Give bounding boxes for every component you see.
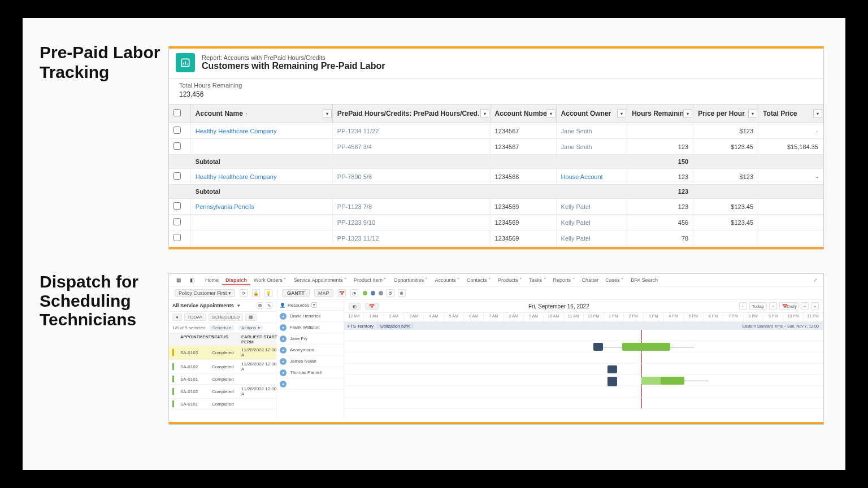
travel-block[interactable] bbox=[593, 343, 603, 351]
chevron-down-icon[interactable]: ▾ bbox=[813, 109, 822, 118]
travel-block[interactable] bbox=[607, 382, 617, 386]
date-select[interactable]: 📅 bbox=[365, 303, 379, 310]
nav-tab[interactable]: Tasks ˅ bbox=[526, 276, 550, 284]
chevron-down-icon[interactable]: ▾ bbox=[237, 303, 240, 308]
chevron-down-icon[interactable]: ▾ bbox=[546, 109, 555, 118]
prev-icon[interactable]: ‹ bbox=[739, 302, 747, 310]
resources-search[interactable]: Resources bbox=[288, 303, 309, 308]
resource-row[interactable]: ●David Hendrick bbox=[276, 311, 344, 322]
app-launcher-icon[interactable]: ▦ bbox=[175, 276, 183, 284]
view-gantt-button[interactable]: GANTT bbox=[282, 289, 310, 297]
gantt-row[interactable] bbox=[344, 386, 823, 398]
bulb-icon[interactable]: ◔ bbox=[350, 289, 358, 297]
row-checkbox[interactable] bbox=[173, 218, 181, 225]
today-button[interactable]: Today bbox=[749, 302, 767, 310]
owner-link[interactable]: House Account bbox=[561, 173, 603, 180]
gantt-row[interactable] bbox=[344, 330, 823, 341]
table-row[interactable]: PP-4567 3/41234567Jane Smith123$123.45$1… bbox=[169, 139, 823, 155]
resource-row[interactable]: ●James Nolan bbox=[276, 356, 344, 367]
gantt-row[interactable] bbox=[344, 364, 823, 375]
account-link[interactable]: Pennsylvania Pencils bbox=[196, 203, 254, 210]
nav-tab[interactable]: Contacts ˅ bbox=[463, 276, 494, 284]
owner-link[interactable]: Jane Smith bbox=[561, 128, 592, 134]
chevron-down-icon[interactable]: ▾ bbox=[683, 109, 692, 118]
chevron-down-icon[interactable]: ▾ bbox=[311, 302, 317, 308]
toggle-icon[interactable]: ◐ bbox=[349, 303, 361, 310]
col-account-name[interactable]: Account Name↑▾ bbox=[190, 104, 332, 123]
gantt-row[interactable] bbox=[344, 398, 823, 409]
resource-row[interactable]: ●Anonymous bbox=[276, 345, 344, 356]
appointment-row[interactable]: SA-0101Completed bbox=[169, 399, 276, 409]
col-pp-name[interactable]: PrePaid Hours/Credits: PrePaid Hours/Cre… bbox=[332, 104, 490, 123]
gantt-row[interactable] bbox=[344, 352, 823, 364]
resource-row[interactable]: ● bbox=[276, 378, 344, 390]
chevron-down-icon[interactable]: ▾ bbox=[323, 109, 332, 118]
appointment-row[interactable]: SA-0103Completed11/28/2022 12:00 A bbox=[169, 346, 276, 360]
col-price-per-hour[interactable]: Price per Hour▾ bbox=[693, 104, 758, 123]
expand-icon[interactable]: ⤢ bbox=[813, 277, 818, 283]
appointment-row[interactable]: SA-0102Completed11/28/2022 12:00 A bbox=[169, 360, 276, 374]
schedule-button[interactable]: Schedule bbox=[209, 325, 235, 331]
gantt-rows[interactable] bbox=[344, 330, 823, 409]
owner-link[interactable]: Kelly Patel bbox=[561, 235, 591, 242]
gantt-row[interactable] bbox=[344, 341, 823, 352]
filter-today[interactable]: TODAY bbox=[184, 313, 206, 321]
lock-icon[interactable]: 🔒 bbox=[252, 289, 260, 297]
zoom-in-icon[interactable]: ＋ bbox=[811, 302, 819, 310]
pin-icon[interactable]: ◧ bbox=[188, 276, 196, 284]
col-total-price[interactable]: Total Price▾ bbox=[758, 104, 823, 123]
table-row[interactable]: PP-1323 11/121234569Kelly Patel78 bbox=[169, 230, 823, 246]
refresh-icon[interactable]: ⟳ bbox=[240, 289, 248, 297]
nav-tab[interactable]: Work Orders ˅ bbox=[250, 276, 290, 284]
nav-tab[interactable]: Product Item ˅ bbox=[350, 276, 390, 284]
row-checkbox[interactable] bbox=[173, 202, 181, 210]
filter-icon[interactable]: ⛃ bbox=[257, 302, 263, 309]
nav-tab[interactable]: Home bbox=[202, 276, 222, 284]
table-row[interactable]: Pennsylvania PencilsPP-1123 7/81234569Ke… bbox=[169, 199, 823, 215]
job-block[interactable] bbox=[622, 343, 670, 351]
nav-tab[interactable]: Accounts ˅ bbox=[432, 276, 464, 284]
row-checkbox[interactable] bbox=[173, 172, 181, 180]
account-link[interactable]: Healthy Healthcare Company bbox=[196, 173, 277, 180]
resource-row[interactable]: ●Jane Fry bbox=[276, 333, 344, 345]
policy-dropdown[interactable]: Policy Customer First ▾ bbox=[175, 289, 235, 297]
chevron-down-icon[interactable]: ▾ bbox=[617, 109, 626, 118]
col-account-owner[interactable]: Account Owner▾ bbox=[556, 104, 627, 123]
zoom-out-icon[interactable]: − bbox=[801, 302, 809, 310]
appointment-row[interactable]: SA-0102Completed11/28/2022 12:00 A bbox=[169, 385, 276, 399]
resource-row[interactable]: ●Frank Williston bbox=[276, 322, 344, 333]
chevron-down-icon[interactable]: ▾ bbox=[480, 109, 489, 118]
owner-link[interactable]: Kelly Patel bbox=[561, 203, 591, 210]
nav-tab[interactable]: Reports ˅ bbox=[550, 276, 579, 284]
filter-cal-icon[interactable]: ▦ bbox=[245, 313, 257, 321]
owner-link[interactable]: Jane Smith bbox=[561, 143, 592, 150]
row-checkbox[interactable] bbox=[173, 127, 181, 134]
table-row[interactable]: Healthy Healthcare CompanyPP-7890 5/6123… bbox=[169, 169, 823, 185]
account-link[interactable]: Healthy Healthcare Company bbox=[196, 128, 277, 134]
filter-dot[interactable]: ● bbox=[172, 313, 182, 321]
job-block[interactable] bbox=[661, 377, 684, 385]
calendar-icon[interactable]: 📅 bbox=[338, 289, 346, 297]
next-icon[interactable]: › bbox=[769, 302, 777, 310]
edit-icon[interactable]: ✎ bbox=[266, 302, 272, 309]
nav-tab[interactable]: Products ˅ bbox=[494, 276, 526, 284]
nav-tab[interactable]: Opportunities ˅ bbox=[390, 276, 431, 284]
row-checkbox[interactable] bbox=[173, 234, 181, 241]
nav-tab[interactable]: BPA Search bbox=[627, 276, 661, 284]
lightbulb-icon[interactable]: 💡 bbox=[264, 289, 272, 297]
col-hours-remaining[interactable]: Hours Remaining▾ bbox=[627, 104, 693, 123]
actions-button[interactable]: Actions ▾ bbox=[238, 325, 263, 331]
view-daily[interactable]: 📅 Daily bbox=[779, 302, 798, 310]
nav-tab[interactable]: Service Appointments ˅ bbox=[290, 276, 350, 284]
table-row[interactable]: PP-1223 9/101234569Kelly Patel456$123.45 bbox=[169, 215, 823, 230]
row-checkbox[interactable] bbox=[173, 142, 181, 150]
appointment-row[interactable]: SA-0101Completed bbox=[169, 374, 276, 385]
gear-icon[interactable]: ⚙ bbox=[398, 289, 406, 297]
nav-tab[interactable]: Dispatch bbox=[222, 276, 250, 285]
owner-link[interactable]: Kelly Patel bbox=[561, 219, 591, 226]
settings-icon[interactable]: ⚙ bbox=[387, 289, 394, 297]
chevron-down-icon[interactable]: ▾ bbox=[748, 109, 757, 118]
table-row[interactable]: Healthy Healthcare CompanyPP-1234 11/221… bbox=[169, 123, 823, 139]
filter-scheduled[interactable]: SCHEDULED bbox=[209, 313, 243, 321]
col-select[interactable] bbox=[169, 104, 190, 123]
